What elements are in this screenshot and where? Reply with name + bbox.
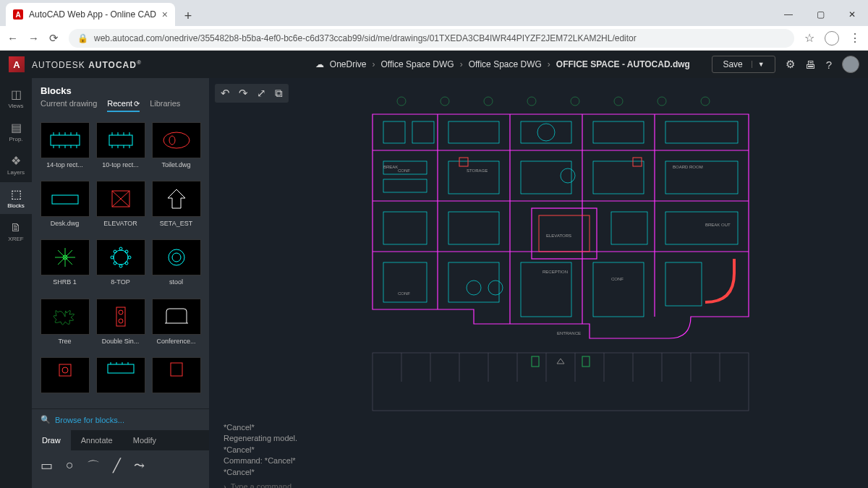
bookmark-icon[interactable]: ☆ — [804, 31, 814, 45]
left-rail: ◫Views ▤Prop. ❖Layers ⬚Blocks 🗎XREF — [0, 78, 32, 488]
command-input-row[interactable]: › Type a command — [209, 479, 868, 488]
svg-point-52 — [484, 97, 493, 106]
app-header: A AUTODESK AUTOCAD® ☁ OneDrive › Office … — [0, 51, 868, 78]
cloud-icon: ☁ — [315, 59, 324, 69]
tab-draw[interactable]: Draw — [32, 430, 71, 450]
profile-icon[interactable] — [825, 31, 839, 46]
svg-rect-42 — [59, 364, 71, 376]
svg-point-57 — [701, 97, 710, 106]
block-item[interactable] — [95, 357, 146, 404]
gear-icon[interactable]: ⚙ — [786, 58, 795, 71]
close-window-button[interactable]: ✕ — [836, 3, 868, 26]
arc-tool-icon[interactable]: ⌒ — [87, 458, 100, 475]
svg-text:BREAK OUT: BREAK OUT — [705, 223, 731, 227]
block-item[interactable] — [39, 357, 90, 404]
undo-icon[interactable]: ↶ — [221, 87, 230, 100]
svg-rect-82 — [383, 262, 427, 302]
blocks-grid: 14-top rect... 10-top rect... Toilet.dwg… — [32, 118, 209, 408]
minimize-button[interactable]: — — [773, 3, 804, 26]
draw-tools: ▭ ○ ⌒ ╱ ⤳ — [32, 450, 209, 488]
breadcrumb-item[interactable]: Office Space DWG — [469, 59, 542, 69]
chevron-down-icon[interactable]: ▼ — [752, 61, 765, 68]
rail-xref[interactable]: 🗎XREF — [0, 215, 32, 247]
rail-blocks[interactable]: ⬚Blocks — [0, 182, 32, 214]
block-item[interactable] — [150, 357, 202, 404]
browser-address-bar: ← → ⟳ 🔒 web.autocad.com/onedrive/355482b… — [0, 26, 868, 51]
block-item[interactable]: Desk.dwg — [39, 181, 90, 235]
svg-rect-67 — [412, 121, 434, 143]
rectangle-tool-icon[interactable]: ▭ — [41, 458, 53, 475]
help-icon[interactable]: ? — [826, 59, 832, 71]
forward-icon[interactable]: → — [28, 32, 39, 44]
block-item[interactable]: SETA_EST — [150, 181, 202, 235]
block-item[interactable]: ELEVATOR — [95, 181, 146, 235]
browser-menu-icon[interactable]: ⋮ — [849, 31, 861, 45]
zoom-extents-icon[interactable]: ⤢ — [257, 87, 266, 100]
drawing-canvas[interactable]: CONF STORAGE BOARD ROOM BREAK OUT ELEVAT… — [209, 78, 868, 418]
breadcrumb-item[interactable]: OFFICE SPACE - AUTOCAD.dwg — [556, 59, 690, 69]
tab-recent[interactable]: Recent⟳ — [107, 99, 140, 112]
new-tab-button[interactable]: + — [178, 6, 198, 26]
svg-rect-69 — [383, 179, 427, 192]
block-item[interactable]: 10-top rect... — [95, 122, 146, 176]
svg-text:ENTRANCE: ENTRANCE — [557, 331, 581, 335]
svg-rect-80 — [611, 212, 647, 244]
svg-rect-70 — [448, 121, 499, 143]
rail-properties[interactable]: ▤Prop. — [0, 116, 32, 147]
svg-point-88 — [561, 168, 575, 183]
block-item[interactable]: stool — [150, 239, 202, 294]
avatar[interactable] — [842, 56, 859, 73]
circle-tool-icon[interactable]: ○ — [66, 458, 74, 475]
block-item[interactable]: Toilet.dwg — [150, 122, 202, 176]
block-item[interactable]: 8-TOP — [95, 239, 146, 294]
block-item[interactable]: 14-top rect... — [39, 122, 90, 176]
brand-text: AUTODESK AUTOCAD® — [32, 59, 142, 70]
line-tool-icon[interactable]: ╱ — [113, 458, 121, 475]
svg-text:BREAK: BREAK — [383, 165, 398, 169]
svg-rect-76 — [665, 121, 738, 143]
block-item[interactable]: SHRB 1 — [39, 239, 90, 294]
tab-current-drawing[interactable]: Current drawing — [41, 99, 97, 112]
svg-rect-117 — [532, 356, 539, 367]
tab-annotate[interactable]: Annotate — [71, 430, 123, 450]
rail-layers[interactable]: ❖Layers — [0, 149, 32, 181]
close-icon[interactable]: × — [162, 9, 168, 20]
svg-point-36 — [169, 249, 184, 265]
svg-point-20 — [163, 132, 190, 148]
reload-icon[interactable]: ⟳ — [49, 32, 59, 45]
svg-point-27 — [114, 250, 128, 265]
url-field[interactable]: 🔒 web.autocad.com/onedrive/355482b8-b5ba… — [69, 29, 794, 48]
svg-rect-73 — [521, 161, 571, 194]
block-item[interactable]: Tree — [39, 299, 90, 353]
zoom-window-icon[interactable]: ⧉ — [275, 87, 283, 100]
svg-rect-86 — [665, 262, 702, 306]
svg-text:BOARD ROOM: BOARD ROOM — [673, 165, 703, 169]
block-item[interactable]: Conference... — [150, 299, 202, 353]
chevron-right-icon: › — [224, 482, 226, 488]
tab-libraries[interactable]: Libraries — [150, 99, 180, 112]
svg-rect-83 — [448, 262, 499, 302]
breadcrumb-item[interactable]: OneDrive — [330, 59, 367, 69]
rail-views[interactable]: ◫Views — [0, 82, 32, 114]
breadcrumb: ☁ OneDrive › Office Space DWG › Office S… — [315, 59, 690, 69]
breadcrumb-item[interactable]: Office Space DWG — [381, 59, 454, 69]
svg-rect-0 — [51, 135, 80, 145]
svg-text:CONF: CONF — [398, 291, 410, 296]
back-icon[interactable]: ← — [7, 32, 18, 44]
autocad-favicon: A — [13, 9, 23, 20]
svg-point-30 — [111, 256, 114, 259]
polyline-tool-icon[interactable]: ⤳ — [134, 458, 145, 475]
browser-tab[interactable]: A AutoCAD Web App - Online CAD × — [6, 3, 175, 26]
maximize-button[interactable]: ▢ — [804, 3, 836, 26]
command-history: *Cancel* Regenerating model. *Cancel* Co… — [209, 418, 868, 479]
refresh-icon[interactable]: ⟳ — [134, 100, 140, 111]
redo-icon[interactable]: ↷ — [239, 87, 248, 100]
command-input[interactable]: Type a command — [231, 482, 292, 488]
tab-modify[interactable]: Modify — [123, 430, 166, 450]
block-item[interactable]: Double Sin... — [95, 299, 146, 353]
svg-rect-118 — [582, 356, 590, 367]
browse-blocks-link[interactable]: 🔍 Browse for blocks... — [32, 408, 209, 430]
save-button[interactable]: Save▼ — [712, 56, 775, 73]
print-icon[interactable]: 🖶 — [805, 59, 816, 71]
panel-title: Blocks — [32, 78, 209, 99]
